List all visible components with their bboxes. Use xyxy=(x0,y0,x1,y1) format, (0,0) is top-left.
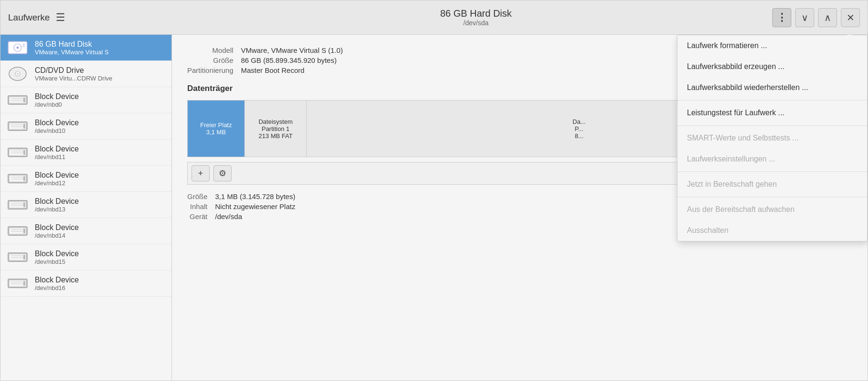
sidebar-item-sub: /dev/nbd0 xyxy=(35,101,79,108)
svg-rect-27 xyxy=(23,176,25,181)
menu-item-standby: Jetzt in Bereitschaft gehen xyxy=(677,174,867,195)
title-bar-left: Laufwerke ☰ xyxy=(8,11,180,24)
partition-fs1-size: 213 MB FAT xyxy=(259,132,293,140)
menu-divider xyxy=(677,125,867,126)
svg-rect-17 xyxy=(23,124,25,129)
sidebar-item-sub: /dev/nbd14 xyxy=(35,232,79,239)
sidebar: 86 GB Hard DiskVMware, VMware Virtual S … xyxy=(0,35,172,381)
menu-item-smart: SMART-Werte und Selbsttests ... xyxy=(677,128,867,149)
svg-point-7 xyxy=(17,73,19,75)
sidebar-item-sub: VMware Virtu...CDRW Drive xyxy=(35,75,112,82)
hamburger-icon[interactable]: ☰ xyxy=(56,11,65,24)
sidebar-item-nbd0[interactable]: Block Device/dev/nbd0 xyxy=(0,87,172,113)
sidebar-item-name: Block Device xyxy=(35,92,79,101)
hdd-icon xyxy=(7,40,28,56)
sidebar-item-name: Block Device xyxy=(35,223,79,232)
sidebar-item-name: Block Device xyxy=(35,145,79,153)
sidebar-item-nbd15[interactable]: Block Device/dev/nbd15 xyxy=(0,244,172,271)
menu-divider xyxy=(677,171,867,172)
partition-fs2-label: Da... xyxy=(573,118,585,125)
block-icon xyxy=(7,197,28,213)
partitionierung-label: Partitionierung xyxy=(187,66,233,74)
menu-item-benchmark[interactable]: Leistungstest für Laufwerk ... xyxy=(677,102,867,123)
svg-rect-22 xyxy=(23,150,25,155)
block-icon xyxy=(7,249,28,265)
selected-geraet-label: Gerät xyxy=(187,212,208,221)
sidebar-item-nbd13[interactable]: Block Device/dev/nbd13 xyxy=(0,192,172,218)
minimize-button[interactable]: ∨ xyxy=(795,8,814,27)
menu-item-settings: Laufwerkseinstellungen ... xyxy=(677,149,867,170)
sidebar-item-sub: VMware, VMware Virtual S xyxy=(35,49,109,56)
sidebar-item-sub: /dev/nbd13 xyxy=(35,206,79,213)
more-options-button[interactable]: ⋮ xyxy=(772,8,791,27)
sidebar-item-nbd11[interactable]: Block Device/dev/nbd11 xyxy=(0,140,172,166)
modell-label: Modell xyxy=(187,46,233,54)
sidebar-item-hdd-86gb[interactable]: 86 GB Hard DiskVMware, VMware Virtual S xyxy=(0,35,172,61)
sidebar-item-sub: /dev/nbd11 xyxy=(35,153,79,160)
sidebar-item-name: Block Device xyxy=(35,197,79,206)
partition-fs1-part: Partition 1 xyxy=(262,125,290,132)
menu-item-format[interactable]: Laufwerk formatieren ... xyxy=(677,35,867,56)
main-content: 86 GB Hard DiskVMware, VMware Virtual S … xyxy=(0,35,868,381)
sidebar-item-nbd14[interactable]: Block Device/dev/nbd14 xyxy=(0,218,172,244)
block-icon xyxy=(7,170,28,187)
sidebar-item-name: Block Device xyxy=(35,119,79,127)
cdrom-icon xyxy=(7,66,28,82)
sidebar-item-name: CD/DVD Drive xyxy=(35,66,112,75)
svg-point-2 xyxy=(17,47,19,49)
partition-fs2-part: P... xyxy=(575,125,584,132)
title-bar-center: 86 GB Hard Disk /dev/sda xyxy=(180,8,772,27)
block-icon xyxy=(7,118,28,134)
sidebar-heading: Laufwerke xyxy=(8,12,50,23)
content-area: Modell VMware, VMware Virtual S (1.0) Gr… xyxy=(172,35,868,381)
block-icon xyxy=(7,275,28,291)
sidebar-item-sub: /dev/nbd12 xyxy=(35,180,79,187)
svg-rect-32 xyxy=(23,202,25,207)
close-button[interactable]: ✕ xyxy=(841,8,860,27)
partition-free[interactable]: Freier Platz 3,1 MB xyxy=(188,100,245,157)
menu-item-wakeup: Aus der Bereitschaft aufwachen xyxy=(677,199,867,220)
sidebar-item-name: Block Device xyxy=(35,276,79,284)
partition-free-label: Freier Platz xyxy=(200,121,232,129)
block-icon xyxy=(7,223,28,239)
sidebar-item-sub: /dev/nbd16 xyxy=(35,284,79,291)
sidebar-item-name: 86 GB Hard Disk xyxy=(35,40,109,49)
menu-divider xyxy=(677,100,867,100)
svg-rect-47 xyxy=(23,281,25,286)
maximize-button[interactable]: ∧ xyxy=(818,8,837,27)
sidebar-item-name: Block Device xyxy=(35,250,79,258)
selected-groesse-label: Größe xyxy=(187,192,208,201)
add-partition-button[interactable]: + xyxy=(192,165,210,181)
window-subtitle: /dev/sda xyxy=(464,19,489,27)
partition-free-size: 3,1 MB xyxy=(206,129,226,136)
window-title: 86 GB Hard Disk xyxy=(440,8,512,19)
dropdown-menu: Laufwerk formatieren ...Laufwerksabbild … xyxy=(677,35,868,241)
groesse-label: Größe xyxy=(187,56,233,64)
sidebar-item-nbd10[interactable]: Block Device/dev/nbd10 xyxy=(0,113,172,140)
sidebar-item-sub: /dev/nbd10 xyxy=(35,127,79,134)
sidebar-item-sub: /dev/nbd15 xyxy=(35,258,79,265)
block-icon xyxy=(7,144,28,160)
menu-item-poweroff: Ausschalten xyxy=(677,220,867,241)
partition-fs2-size: 8... xyxy=(575,132,583,140)
svg-rect-37 xyxy=(23,229,25,233)
block-icon xyxy=(7,92,28,108)
svg-rect-12 xyxy=(23,98,25,102)
sidebar-item-nbd16[interactable]: Block Device/dev/nbd16 xyxy=(0,271,172,297)
menu-item-create-image[interactable]: Laufwerksabbild erzeugen ... xyxy=(677,56,867,77)
sidebar-item-cddvd[interactable]: CD/DVD DriveVMware Virtu...CDRW Drive xyxy=(0,61,172,87)
selected-inhalt-label: Inhalt xyxy=(187,202,208,211)
partition-settings-button[interactable]: ⚙ xyxy=(213,165,232,181)
sidebar-item-name: Block Device xyxy=(35,171,79,180)
menu-item-restore-image[interactable]: Laufwerksabbild wiederherstellen ... xyxy=(677,77,867,98)
menu-divider xyxy=(677,197,867,197)
svg-rect-42 xyxy=(23,255,25,260)
app-window: Laufwerke ☰ 86 GB Hard Disk /dev/sda ⋮ ∨… xyxy=(0,0,868,381)
title-bar-right: ⋮ ∨ ∧ ✕ xyxy=(772,8,860,27)
title-bar: Laufwerke ☰ 86 GB Hard Disk /dev/sda ⋮ ∨… xyxy=(0,0,868,35)
partition-fs1[interactable]: Dateisystem Partition 1 213 MB FAT xyxy=(245,100,307,157)
partition-fs1-label: Dateisystem xyxy=(259,118,293,125)
sidebar-item-nbd12[interactable]: Block Device/dev/nbd12 xyxy=(0,166,172,192)
